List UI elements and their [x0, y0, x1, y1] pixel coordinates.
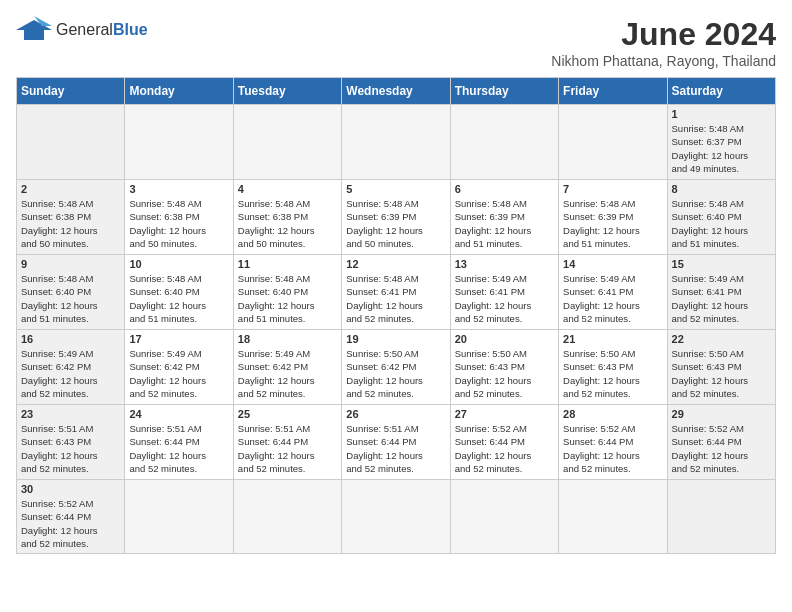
calendar-day-cell: 7Sunrise: 5:48 AM Sunset: 6:39 PM Daylig…: [559, 180, 667, 255]
day-number: 5: [346, 183, 445, 195]
calendar-day-cell: 25Sunrise: 5:51 AM Sunset: 6:44 PM Dayli…: [233, 405, 341, 480]
day-number: 10: [129, 258, 228, 270]
calendar-day-cell: 6Sunrise: 5:48 AM Sunset: 6:39 PM Daylig…: [450, 180, 558, 255]
title-area: June 2024 Nikhom Phattana, Rayong, Thail…: [551, 16, 776, 69]
location-subtitle: Nikhom Phattana, Rayong, Thailand: [551, 53, 776, 69]
calendar-day-cell: 1Sunrise: 5:48 AM Sunset: 6:37 PM Daylig…: [667, 105, 775, 180]
weekday-header-cell: Tuesday: [233, 78, 341, 105]
calendar-day-cell: 19Sunrise: 5:50 AM Sunset: 6:42 PM Dayli…: [342, 330, 450, 405]
weekday-header-cell: Thursday: [450, 78, 558, 105]
day-number: 21: [563, 333, 662, 345]
calendar-day-cell: [559, 480, 667, 554]
day-number: 25: [238, 408, 337, 420]
day-info: Sunrise: 5:48 AM Sunset: 6:37 PM Dayligh…: [672, 122, 771, 175]
calendar-day-cell: [233, 480, 341, 554]
calendar-day-cell: [342, 105, 450, 180]
calendar-week-row: 9Sunrise: 5:48 AM Sunset: 6:40 PM Daylig…: [17, 255, 776, 330]
day-info: Sunrise: 5:50 AM Sunset: 6:42 PM Dayligh…: [346, 347, 445, 400]
calendar-day-cell: 2Sunrise: 5:48 AM Sunset: 6:38 PM Daylig…: [17, 180, 125, 255]
weekday-header-cell: Sunday: [17, 78, 125, 105]
day-info: Sunrise: 5:48 AM Sunset: 6:39 PM Dayligh…: [346, 197, 445, 250]
calendar-day-cell: 27Sunrise: 5:52 AM Sunset: 6:44 PM Dayli…: [450, 405, 558, 480]
calendar-day-cell: 9Sunrise: 5:48 AM Sunset: 6:40 PM Daylig…: [17, 255, 125, 330]
logo-icon: [16, 16, 52, 44]
calendar-day-cell: 22Sunrise: 5:50 AM Sunset: 6:43 PM Dayli…: [667, 330, 775, 405]
day-number: 18: [238, 333, 337, 345]
calendar-table: SundayMondayTuesdayWednesdayThursdayFrid…: [16, 77, 776, 554]
day-info: Sunrise: 5:51 AM Sunset: 6:44 PM Dayligh…: [129, 422, 228, 475]
calendar-week-row: 1Sunrise: 5:48 AM Sunset: 6:37 PM Daylig…: [17, 105, 776, 180]
calendar-day-cell: 17Sunrise: 5:49 AM Sunset: 6:42 PM Dayli…: [125, 330, 233, 405]
weekday-header-row: SundayMondayTuesdayWednesdayThursdayFrid…: [17, 78, 776, 105]
calendar-day-cell: 15Sunrise: 5:49 AM Sunset: 6:41 PM Dayli…: [667, 255, 775, 330]
day-number: 15: [672, 258, 771, 270]
calendar-day-cell: [559, 105, 667, 180]
day-number: 8: [672, 183, 771, 195]
day-number: 14: [563, 258, 662, 270]
weekday-header-cell: Monday: [125, 78, 233, 105]
day-info: Sunrise: 5:48 AM Sunset: 6:40 PM Dayligh…: [129, 272, 228, 325]
day-info: Sunrise: 5:51 AM Sunset: 6:44 PM Dayligh…: [238, 422, 337, 475]
day-info: Sunrise: 5:51 AM Sunset: 6:43 PM Dayligh…: [21, 422, 120, 475]
calendar-day-cell: 4Sunrise: 5:48 AM Sunset: 6:38 PM Daylig…: [233, 180, 341, 255]
calendar-day-cell: 10Sunrise: 5:48 AM Sunset: 6:40 PM Dayli…: [125, 255, 233, 330]
logo: GeneralBlue: [16, 16, 148, 44]
day-info: Sunrise: 5:49 AM Sunset: 6:42 PM Dayligh…: [21, 347, 120, 400]
calendar-body: 1Sunrise: 5:48 AM Sunset: 6:37 PM Daylig…: [17, 105, 776, 554]
calendar-week-row: 30Sunrise: 5:52 AM Sunset: 6:44 PM Dayli…: [17, 480, 776, 554]
calendar-day-cell: 14Sunrise: 5:49 AM Sunset: 6:41 PM Dayli…: [559, 255, 667, 330]
day-info: Sunrise: 5:49 AM Sunset: 6:41 PM Dayligh…: [563, 272, 662, 325]
calendar-week-row: 2Sunrise: 5:48 AM Sunset: 6:38 PM Daylig…: [17, 180, 776, 255]
day-number: 27: [455, 408, 554, 420]
logo-text: GeneralBlue: [56, 21, 148, 39]
day-number: 19: [346, 333, 445, 345]
day-number: 4: [238, 183, 337, 195]
day-info: Sunrise: 5:50 AM Sunset: 6:43 PM Dayligh…: [672, 347, 771, 400]
calendar-day-cell: 20Sunrise: 5:50 AM Sunset: 6:43 PM Dayli…: [450, 330, 558, 405]
day-info: Sunrise: 5:48 AM Sunset: 6:38 PM Dayligh…: [21, 197, 120, 250]
day-info: Sunrise: 5:48 AM Sunset: 6:40 PM Dayligh…: [672, 197, 771, 250]
day-number: 2: [21, 183, 120, 195]
calendar-day-cell: 8Sunrise: 5:48 AM Sunset: 6:40 PM Daylig…: [667, 180, 775, 255]
day-info: Sunrise: 5:52 AM Sunset: 6:44 PM Dayligh…: [455, 422, 554, 475]
calendar-day-cell: [342, 480, 450, 554]
day-number: 3: [129, 183, 228, 195]
day-number: 1: [672, 108, 771, 120]
day-info: Sunrise: 5:50 AM Sunset: 6:43 PM Dayligh…: [563, 347, 662, 400]
month-title: June 2024: [551, 16, 776, 53]
day-number: 7: [563, 183, 662, 195]
calendar-day-cell: [450, 480, 558, 554]
calendar-day-cell: [17, 105, 125, 180]
calendar-day-cell: 12Sunrise: 5:48 AM Sunset: 6:41 PM Dayli…: [342, 255, 450, 330]
calendar-day-cell: 11Sunrise: 5:48 AM Sunset: 6:40 PM Dayli…: [233, 255, 341, 330]
calendar-day-cell: 16Sunrise: 5:49 AM Sunset: 6:42 PM Dayli…: [17, 330, 125, 405]
day-info: Sunrise: 5:48 AM Sunset: 6:41 PM Dayligh…: [346, 272, 445, 325]
day-number: 16: [21, 333, 120, 345]
day-info: Sunrise: 5:49 AM Sunset: 6:41 PM Dayligh…: [672, 272, 771, 325]
day-number: 29: [672, 408, 771, 420]
day-number: 28: [563, 408, 662, 420]
day-number: 20: [455, 333, 554, 345]
day-info: Sunrise: 5:50 AM Sunset: 6:43 PM Dayligh…: [455, 347, 554, 400]
calendar-day-cell: 30Sunrise: 5:52 AM Sunset: 6:44 PM Dayli…: [17, 480, 125, 554]
day-info: Sunrise: 5:48 AM Sunset: 6:40 PM Dayligh…: [21, 272, 120, 325]
day-number: 13: [455, 258, 554, 270]
day-info: Sunrise: 5:48 AM Sunset: 6:39 PM Dayligh…: [563, 197, 662, 250]
day-info: Sunrise: 5:52 AM Sunset: 6:44 PM Dayligh…: [21, 497, 120, 550]
calendar-day-cell: [450, 105, 558, 180]
calendar-day-cell: 23Sunrise: 5:51 AM Sunset: 6:43 PM Dayli…: [17, 405, 125, 480]
day-info: Sunrise: 5:52 AM Sunset: 6:44 PM Dayligh…: [672, 422, 771, 475]
day-info: Sunrise: 5:49 AM Sunset: 6:42 PM Dayligh…: [129, 347, 228, 400]
calendar-week-row: 16Sunrise: 5:49 AM Sunset: 6:42 PM Dayli…: [17, 330, 776, 405]
day-info: Sunrise: 5:48 AM Sunset: 6:39 PM Dayligh…: [455, 197, 554, 250]
day-info: Sunrise: 5:51 AM Sunset: 6:44 PM Dayligh…: [346, 422, 445, 475]
calendar-day-cell: 24Sunrise: 5:51 AM Sunset: 6:44 PM Dayli…: [125, 405, 233, 480]
calendar-day-cell: 26Sunrise: 5:51 AM Sunset: 6:44 PM Dayli…: [342, 405, 450, 480]
day-info: Sunrise: 5:49 AM Sunset: 6:42 PM Dayligh…: [238, 347, 337, 400]
day-number: 11: [238, 258, 337, 270]
day-number: 23: [21, 408, 120, 420]
day-number: 26: [346, 408, 445, 420]
day-info: Sunrise: 5:48 AM Sunset: 6:40 PM Dayligh…: [238, 272, 337, 325]
day-info: Sunrise: 5:52 AM Sunset: 6:44 PM Dayligh…: [563, 422, 662, 475]
calendar-day-cell: 18Sunrise: 5:49 AM Sunset: 6:42 PM Dayli…: [233, 330, 341, 405]
